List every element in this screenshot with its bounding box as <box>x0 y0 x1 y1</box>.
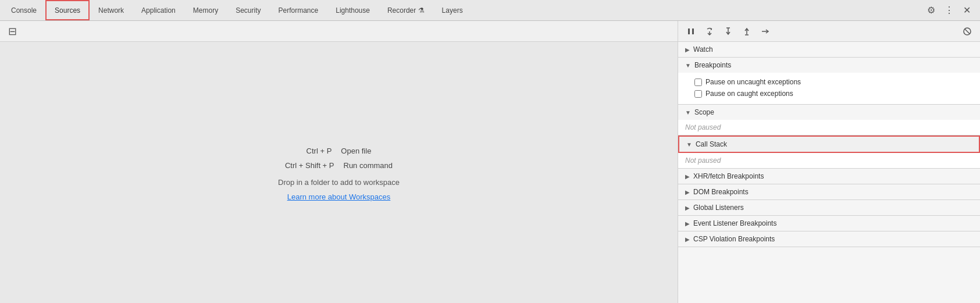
section-scope: ▼ Scope Not paused <box>678 105 980 136</box>
shortcut-key-run-command: Ctrl + Shift + P <box>285 161 334 170</box>
watch-arrow: ▶ <box>685 47 690 53</box>
left-panel: ⊟ Ctrl + P Open file Ctrl + Shift + P Ru… <box>0 21 678 303</box>
svg-rect-1 <box>692 28 694 34</box>
xhr-arrow: ▶ <box>685 173 690 180</box>
tab-network[interactable]: Network <box>90 0 133 20</box>
tab-performance[interactable]: Performance <box>270 0 327 20</box>
section-header-global[interactable]: ▶ Global Listeners <box>678 200 980 215</box>
step-into-icon[interactable] <box>720 24 736 38</box>
debugger-toolbar <box>678 21 980 42</box>
breakpoints-content: Pause on uncaught exceptions Pause on ca… <box>678 73 980 104</box>
section-csp-breakpoints: ▶ CSP Violation Breakpoints <box>678 231 980 247</box>
dom-arrow: ▶ <box>685 189 690 195</box>
tab-application[interactable]: Application <box>133 0 184 20</box>
call-stack-label: Call Stack <box>696 140 727 148</box>
global-label: Global Listeners <box>693 204 744 212</box>
tab-layers[interactable]: Layers <box>433 0 472 20</box>
checkbox-caught: Pause on caught exceptions <box>694 88 973 99</box>
csp-arrow: ▶ <box>685 236 690 243</box>
checkbox-uncaught: Pause on uncaught exceptions <box>694 76 973 88</box>
tab-console[interactable]: Console <box>2 0 45 20</box>
section-header-event-listener[interactable]: ▶ Event Listener Breakpoints <box>678 216 980 231</box>
svg-rect-0 <box>688 28 690 34</box>
section-dom-breakpoints: ▶ DOM Breakpoints <box>678 184 980 200</box>
section-global-listeners: ▶ Global Listeners <box>678 200 980 216</box>
event-listener-arrow: ▶ <box>685 220 690 227</box>
call-stack-arrow: ▼ <box>686 141 692 148</box>
checkbox-caught-input[interactable] <box>694 90 702 98</box>
section-header-scope[interactable]: ▼ Scope <box>678 105 980 120</box>
main-container: ⊟ Ctrl + P Open file Ctrl + Shift + P Ru… <box>0 21 980 303</box>
section-header-call-stack[interactable]: ▼ Call Stack <box>678 136 980 153</box>
breakpoints-arrow: ▼ <box>685 62 691 69</box>
dom-label: DOM Breakpoints <box>693 188 749 196</box>
pause-icon[interactable] <box>683 24 699 38</box>
checkbox-caught-label: Pause on caught exceptions <box>705 90 793 98</box>
collapse-sidebar-icon[interactable]: ⊟ <box>5 23 20 40</box>
section-event-listener-breakpoints: ▶ Event Listener Breakpoints <box>678 216 980 231</box>
center-content: Ctrl + P Open file Ctrl + Shift + P Run … <box>278 123 400 201</box>
svg-line-9 <box>965 29 970 34</box>
more-icon[interactable]: ⋮ <box>942 2 956 18</box>
top-tabs-bar: Console Sources Network Application Memo… <box>0 0 980 21</box>
checkbox-uncaught-input[interactable] <box>694 79 702 86</box>
tab-lighthouse[interactable]: Lighthouse <box>327 0 379 20</box>
shortcut-desc-run-command: Run command <box>344 161 393 170</box>
section-xhr-breakpoints: ▶ XHR/fetch Breakpoints <box>678 169 980 184</box>
section-header-watch[interactable]: ▶ Watch <box>678 42 980 57</box>
watch-label: Watch <box>693 45 713 54</box>
section-watch: ▶ Watch <box>678 42 980 58</box>
call-stack-not-paused: Not paused <box>678 153 980 168</box>
tab-recorder[interactable]: Recorder ⚗ <box>379 0 433 20</box>
breakpoints-label: Breakpoints <box>694 61 731 69</box>
step-icon[interactable] <box>757 24 774 38</box>
deactivate-breakpoints-icon[interactable] <box>959 24 975 38</box>
step-over-icon[interactable] <box>701 24 718 38</box>
checkbox-uncaught-label: Pause on uncaught exceptions <box>705 78 801 86</box>
shortcut-row-open-file: Ctrl + P Open file <box>307 147 372 155</box>
shortcut-desc-open-file: Open file <box>341 147 371 155</box>
section-header-csp[interactable]: ▶ CSP Violation Breakpoints <box>678 231 980 247</box>
close-icon[interactable]: ✕ <box>961 2 973 18</box>
section-header-dom[interactable]: ▶ DOM Breakpoints <box>678 184 980 199</box>
section-header-breakpoints[interactable]: ▼ Breakpoints <box>678 58 980 73</box>
scope-not-paused: Not paused <box>678 120 980 135</box>
step-out-icon[interactable] <box>739 24 755 38</box>
global-arrow: ▶ <box>685 205 690 211</box>
shortcut-row-run-command: Ctrl + Shift + P Run command <box>285 161 393 170</box>
tab-sources[interactable]: Sources <box>45 0 90 20</box>
tab-memory[interactable]: Memory <box>184 0 227 20</box>
section-breakpoints: ▼ Breakpoints Pause on uncaught exceptio… <box>678 58 980 105</box>
workspace-link[interactable]: Learn more about Workspaces <box>287 193 391 201</box>
csp-label: CSP Violation Breakpoints <box>693 235 775 243</box>
shortcut-key-open-file: Ctrl + P <box>307 147 332 155</box>
settings-icon[interactable]: ⚙ <box>925 2 938 18</box>
scope-arrow: ▼ <box>685 109 691 116</box>
right-panel: ▶ Watch ▼ Breakpoints Pause on uncaught … <box>678 21 980 303</box>
xhr-label: XHR/fetch Breakpoints <box>693 172 764 180</box>
section-call-stack: ▼ Call Stack Not paused <box>678 136 980 169</box>
event-listener-label: Event Listener Breakpoints <box>693 219 776 227</box>
section-header-xhr[interactable]: ▶ XHR/fetch Breakpoints <box>678 169 980 184</box>
tab-security[interactable]: Security <box>227 0 269 20</box>
drop-workspace-text: Drop in a folder to add to workspace <box>278 178 400 187</box>
scope-label: Scope <box>694 108 714 116</box>
